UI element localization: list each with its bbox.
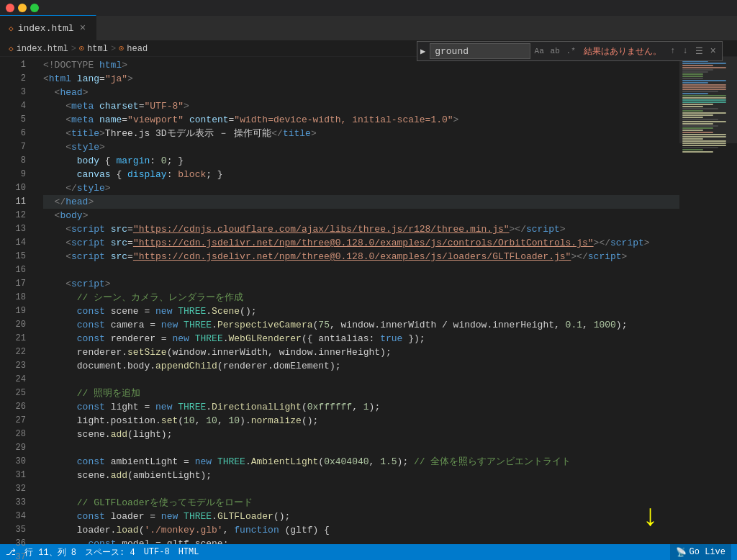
code-line-28: scene.add(light); [43, 428, 679, 441]
scroll-arrow: ↓ [641, 500, 659, 535]
code-line-24 [43, 373, 679, 387]
search-no-results: 結果はありません。 [579, 45, 666, 58]
code-line-34: const loader = new THREE.GLTFLoader(); [43, 510, 679, 523]
code-line-35: loader.load('./monkey.glb', function (gl… [43, 523, 679, 537]
minimap [679, 57, 737, 544]
search-next-button[interactable]: ↓ [679, 45, 690, 58]
code-line-10: </style> [43, 181, 679, 195]
code-line-22: renderer.setSize(window.innerWidth, wind… [43, 346, 679, 359]
git-branch-icon: ⎇ [6, 547, 16, 558]
code-line-32 [43, 482, 679, 496]
search-close-button[interactable]: × [707, 44, 719, 58]
go-live-label: Go Live [689, 547, 725, 557]
status-encoding[interactable]: UTF-8 [144, 547, 170, 557]
code-line-36: const model = gltf.scene; [43, 537, 679, 544]
status-right: 📡 Go Live [670, 544, 731, 560]
code-line-26: const light = new THREE.DirectionalLight… [43, 400, 679, 414]
code-line-30: const ambientLight = new THREE.AmbientLi… [43, 455, 679, 469]
code-line-12: <body> [43, 209, 679, 222]
search-options: Aa ab .* [532, 44, 578, 58]
code-line-17: <script> [43, 277, 679, 291]
code-line-13: <script src="https://cdnjs.cloudflare.co… [43, 222, 679, 236]
breadcrumb-item-html[interactable]: html [87, 44, 108, 54]
antenna-icon: 📡 [676, 547, 687, 558]
code-line-21: const renderer = new THREE.WebGLRenderer… [43, 332, 679, 346]
tab-icon: ◇ [9, 24, 14, 33]
code-line-29 [43, 441, 679, 455]
search-prev-button[interactable]: ↑ [667, 45, 678, 58]
go-live-button[interactable]: 📡 Go Live [670, 544, 731, 560]
tab-bar: ◇ index.html × [0, 16, 737, 41]
status-spaces[interactable]: スペース: 4 [85, 546, 135, 559]
search-case-sensitive[interactable]: Aa [532, 44, 546, 58]
tab-label: index.html [18, 23, 74, 34]
code-line-6: <title>Three.js 3Dモデル表示 － 操作可能</title> [43, 127, 679, 140]
search-arrow-icon: ▶ [420, 46, 425, 57]
breadcrumb-item-file[interactable]: index.html [17, 44, 68, 54]
tab-index-html[interactable]: ◇ index.html × [0, 15, 96, 40]
status-left: ⎇ 行 11、列 8 スペース: 4 UTF-8 HTML [6, 546, 199, 559]
code-line-14: <script src="https://cdn.jsdelivr.net/np… [43, 236, 679, 250]
code-line-31: scene.add(ambientLight); [43, 469, 679, 482]
code-line-3: <head> [43, 86, 679, 99]
code-line-15: <script src="https://cdn.jsdelivr.net/np… [43, 250, 679, 263]
title-bar [0, 0, 737, 16]
status-language[interactable]: HTML [178, 547, 199, 557]
search-navigation: ↑ ↓ ☰ [667, 45, 705, 58]
maximize-button[interactable] [30, 4, 39, 12]
code-line-18: // シーン、カメラ、レンダラーを作成 [43, 291, 679, 304]
code-editor[interactable]: <!DOCTYPE html> <html lang="ja"> <head> … [32, 57, 679, 544]
minimize-button[interactable] [18, 4, 27, 12]
search-bar: ▶ Aa ab .* 結果はありません。 ↑ ↓ ☰ × [417, 41, 723, 61]
code-line-19: const scene = new THREE.Scene(); [43, 304, 679, 318]
status-position[interactable]: 行 11、列 8 [24, 546, 76, 559]
status-bar: ⎇ 行 11、列 8 スペース: 4 UTF-8 HTML 📡 Go Live [0, 544, 737, 560]
code-line-11: </head> [43, 195, 679, 209]
search-list-button[interactable]: ☰ [692, 45, 706, 58]
code-line-27: light.position.set(10, 10, 10).normalize… [43, 414, 679, 428]
code-line-4: <meta charset="UTF-8"> [43, 99, 679, 113]
search-regex[interactable]: .* [564, 44, 578, 58]
breadcrumb-icon-head: ⊙ [119, 43, 124, 54]
window-controls[interactable] [6, 4, 39, 12]
code-line-33: // GLTFLoaderを使ってモデルをロード [43, 496, 679, 510]
breadcrumb-icon-html: ⊙ [79, 43, 84, 54]
breadcrumb-item-head[interactable]: head [127, 44, 148, 54]
close-button[interactable] [6, 4, 14, 12]
code-line-20: const camera = new THREE.PerspectiveCame… [43, 318, 679, 332]
code-line-7: <style> [43, 140, 679, 154]
editor-area: 1 2 3 4 5 6 7 8 9 10 11 12 13 14 15 16 1… [0, 57, 737, 544]
tab-close-icon[interactable]: × [78, 21, 87, 35]
breadcrumb-icon-file: ◇ [9, 44, 14, 53]
code-line-23: document.body.appendChild(renderer.domEl… [43, 359, 679, 373]
code-line-8: body { margin: 0; } [43, 154, 679, 168]
code-line-16 [43, 263, 679, 277]
line-numbers: 1 2 3 4 5 6 7 8 9 10 11 12 13 14 15 16 1… [0, 57, 32, 544]
code-line-9: canvas { display: block; } [43, 168, 679, 181]
code-line-2: <html lang="ja"> [43, 72, 679, 86]
search-input[interactable] [430, 43, 530, 59]
code-line-5: <meta name="viewport" content="width=dev… [43, 113, 679, 127]
code-line-25: // 照明を追加 [43, 387, 679, 400]
search-whole-word[interactable]: ab [548, 44, 562, 58]
